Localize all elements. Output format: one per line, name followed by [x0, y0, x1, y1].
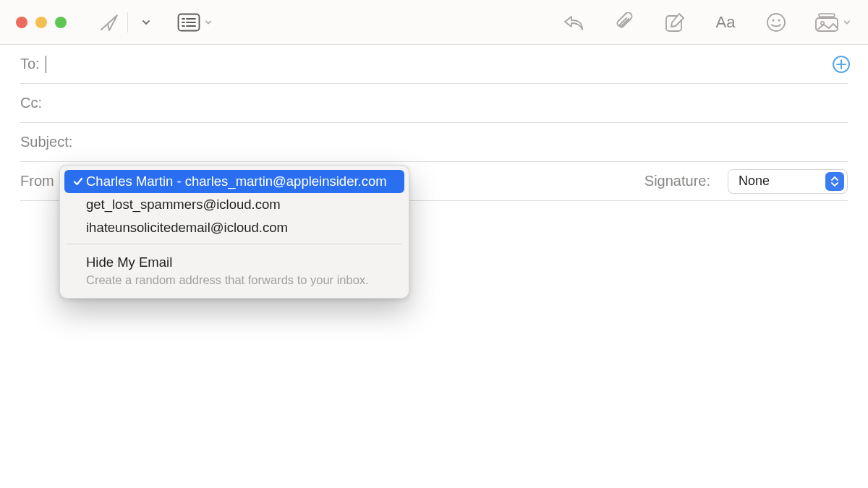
subject-label: Subject:: [20, 134, 72, 150]
hide-my-email-subtitle: Create a random address that forwards to…: [86, 272, 397, 288]
toolbar-separator: [127, 12, 128, 33]
from-label: From: [20, 173, 54, 189]
compose-square-icon: [665, 12, 685, 33]
compose-header-fields: To: Cc: Subject: From Signature: None: [0, 45, 868, 201]
svg-rect-11: [819, 14, 835, 17]
signature-block: Signature: None: [644, 169, 848, 194]
window-zoom-button[interactable]: [55, 17, 67, 28]
signature-value: None: [739, 174, 825, 189]
from-option[interactable]: Charles Martin - charles_martin@appleins…: [64, 170, 404, 193]
chevron-down-icon: [205, 19, 212, 26]
window-traffic-lights: [16, 17, 67, 28]
cc-label: Cc:: [20, 95, 42, 111]
header-fields-button[interactable]: [177, 10, 212, 35]
paper-plane-icon: [99, 12, 119, 33]
from-option[interactable]: get_lost_spammers@icloud.com: [64, 193, 404, 216]
select-stepper-icon: [825, 172, 844, 191]
photos-button[interactable]: [814, 10, 851, 35]
send-button[interactable]: [97, 10, 122, 35]
signature-select[interactable]: None: [728, 169, 848, 194]
paperclip-icon: [615, 12, 634, 33]
subject-row[interactable]: Subject:: [20, 123, 848, 162]
to-label: To:: [20, 56, 40, 72]
svg-point-9: [772, 19, 774, 21]
smiley-icon: [766, 12, 786, 33]
from-option-label: Charles Martin - charles_martin@appleins…: [86, 174, 387, 189]
menu-divider: [67, 244, 401, 244]
toolbar-right-group: Aa: [561, 10, 851, 35]
list-box-icon: [177, 13, 200, 32]
toolbar: Aa: [0, 0, 868, 45]
emoji-button[interactable]: [764, 10, 788, 35]
send-options-dropdown[interactable]: [134, 10, 158, 35]
text-format-icon: Aa: [716, 13, 736, 32]
cc-input[interactable]: [48, 84, 848, 122]
checkmark-icon: [70, 176, 86, 187]
format-button[interactable]: Aa: [713, 10, 738, 35]
window-close-button[interactable]: [16, 17, 27, 28]
to-row[interactable]: To:: [20, 45, 848, 84]
markup-button[interactable]: [663, 10, 687, 35]
hide-my-email-title: Hide My Email: [86, 253, 397, 272]
reply-arrow-icon: [563, 14, 584, 31]
svg-point-10: [778, 19, 780, 21]
photo-stack-icon: [814, 12, 839, 33]
hide-my-email-option[interactable]: Hide My Email Create a random address th…: [64, 249, 404, 294]
window-minimize-button[interactable]: [35, 17, 47, 28]
from-option[interactable]: ihateunsolicitedemail@icloud.com: [64, 216, 404, 239]
from-row[interactable]: From Signature: None Charles Martin - ch…: [20, 162, 848, 201]
from-dropdown-menu: Charles Martin - charles_martin@appleins…: [59, 165, 409, 299]
svg-point-8: [767, 14, 785, 31]
cc-row[interactable]: Cc:: [20, 84, 848, 123]
add-contact-button[interactable]: [832, 55, 851, 74]
plus-circle-icon: [832, 55, 851, 74]
reply-button[interactable]: [561, 10, 586, 35]
attach-button[interactable]: [612, 10, 637, 35]
signature-label: Signature:: [644, 173, 710, 189]
chevron-down-icon: [142, 18, 150, 27]
from-option-label: ihateunsolicitedemail@icloud.com: [86, 220, 288, 236]
to-input[interactable]: [46, 45, 848, 83]
subject-input[interactable]: [78, 123, 848, 161]
chevron-down-icon: [843, 19, 851, 26]
from-option-label: get_lost_spammers@icloud.com: [86, 197, 281, 213]
